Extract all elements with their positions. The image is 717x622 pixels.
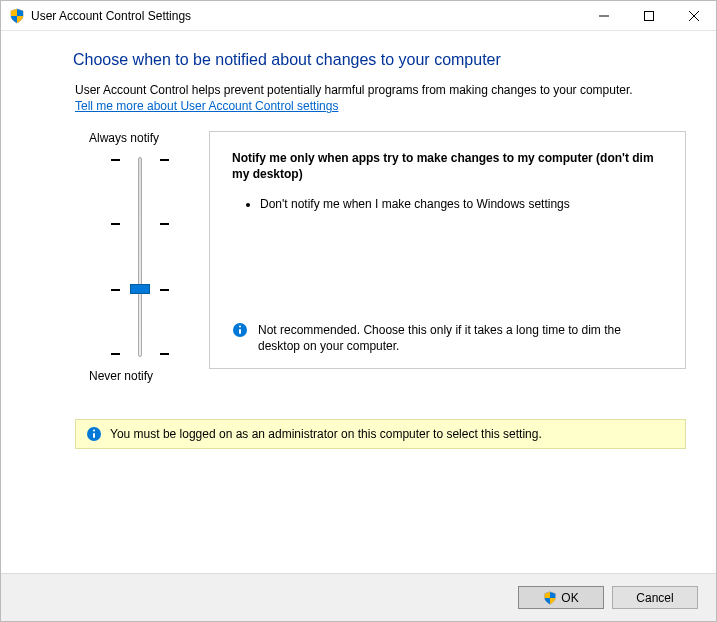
page-heading: Choose when to be notified about changes… (73, 51, 686, 69)
slider-track-wrap (111, 157, 169, 357)
ok-button[interactable]: OK (518, 586, 604, 609)
slider-column: Always notify Never notify (75, 131, 205, 383)
help-link[interactable]: Tell me more about User Account Control … (75, 99, 338, 113)
button-bar: OK Cancel (1, 573, 716, 621)
admin-banner-text: You must be logged on as an administrato… (110, 427, 542, 441)
admin-banner: You must be logged on as an administrato… (75, 419, 686, 449)
slider-top-label: Always notify (89, 131, 159, 145)
panel-note: Not recommended. Choose this only if it … (232, 322, 663, 354)
panel-bullet: Don't notify me when I make changes to W… (260, 196, 663, 212)
window-controls (581, 1, 716, 30)
panel-title: Notify me only when apps try to make cha… (232, 150, 663, 182)
cancel-button-label: Cancel (636, 591, 673, 605)
slider-bottom-label: Never notify (89, 369, 153, 383)
svg-rect-5 (239, 329, 241, 334)
close-button[interactable] (671, 1, 716, 30)
info-icon (232, 322, 248, 338)
window-title: User Account Control Settings (31, 9, 581, 23)
slider-thumb[interactable] (130, 284, 150, 294)
content-area: Choose when to be notified about changes… (1, 31, 716, 383)
svg-point-9 (93, 429, 95, 431)
panel-bullet-list: Don't notify me when I make changes to W… (232, 196, 663, 216)
svg-rect-1 (644, 11, 653, 20)
svg-rect-8 (93, 433, 95, 438)
shield-icon (9, 8, 25, 24)
ok-button-label: OK (561, 591, 578, 605)
main-row: Always notify Never notify Notify me onl… (75, 131, 686, 383)
svg-point-6 (239, 325, 241, 327)
page-description: User Account Control helps prevent poten… (75, 83, 686, 97)
info-icon (86, 426, 102, 442)
info-panel: Notify me only when apps try to make cha… (209, 131, 686, 369)
window-frame: User Account Control Settings Choose whe… (0, 0, 717, 622)
minimize-button[interactable] (581, 1, 626, 30)
shield-icon (543, 591, 557, 605)
cancel-button[interactable]: Cancel (612, 586, 698, 609)
maximize-button[interactable] (626, 1, 671, 30)
slider-track[interactable] (138, 157, 142, 357)
panel-note-text: Not recommended. Choose this only if it … (258, 322, 663, 354)
title-bar: User Account Control Settings (1, 1, 716, 31)
